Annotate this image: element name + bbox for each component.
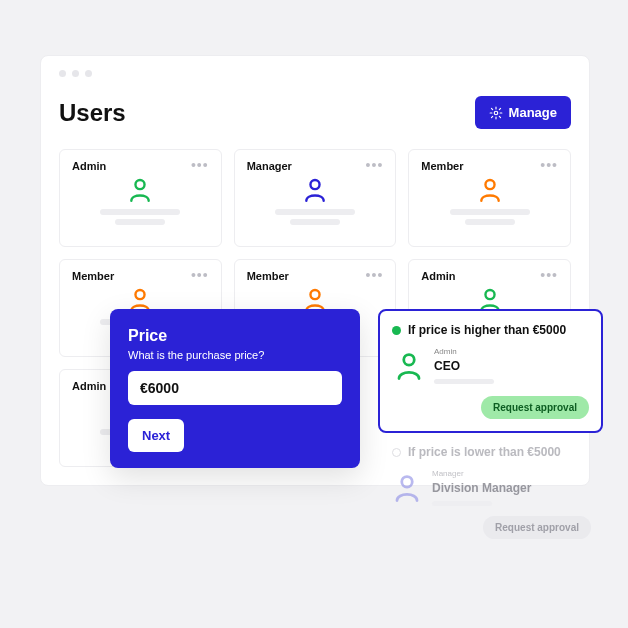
window-dot	[85, 70, 92, 77]
request-approval-button[interactable]: Request approval	[481, 396, 589, 419]
manage-button[interactable]: Manage	[475, 96, 571, 129]
placeholder-line	[115, 219, 165, 225]
user-card[interactable]: Member •••	[408, 149, 571, 247]
placeholder-line	[432, 501, 492, 506]
person-icon	[394, 351, 424, 381]
window-dot	[59, 70, 66, 77]
approval-rule-inactive: If price is lower than €5000 Manager Div…	[378, 445, 603, 539]
placeholder-line	[100, 209, 180, 215]
placeholder-line	[450, 209, 530, 215]
status-dot-active-icon	[392, 326, 401, 335]
next-button[interactable]: Next	[128, 419, 184, 452]
approver-role: Admin	[434, 347, 494, 356]
person-icon	[302, 177, 328, 203]
gear-icon	[489, 106, 503, 120]
approver-name: Division Manager	[432, 481, 531, 495]
request-approval-button-disabled[interactable]: Request approval	[483, 516, 591, 539]
approver-role: Manager	[432, 469, 531, 478]
approval-rule-active[interactable]: If price is higher than €5000 Admin CEO …	[378, 309, 603, 433]
approval-panel: If price is higher than €5000 Admin CEO …	[378, 309, 603, 539]
status-dot-inactive-icon	[392, 448, 401, 457]
rule-title: If price is higher than €5000	[408, 323, 566, 337]
placeholder-line	[434, 379, 494, 384]
placeholder-line	[465, 219, 515, 225]
window-dot	[72, 70, 79, 77]
person-icon	[127, 177, 153, 203]
price-input[interactable]	[128, 371, 342, 405]
window-titlebar	[59, 56, 571, 90]
user-card[interactable]: Manager •••	[234, 149, 397, 247]
approver-name: CEO	[434, 359, 494, 373]
price-modal-title: Price	[128, 327, 342, 345]
price-modal-subtitle: What is the purchase price?	[128, 349, 342, 361]
page-title: Users	[59, 99, 126, 127]
rule-title: If price is lower than €5000	[408, 445, 561, 459]
person-icon	[392, 473, 422, 503]
person-icon	[477, 177, 503, 203]
svg-point-1	[494, 111, 498, 115]
placeholder-line	[275, 209, 355, 215]
user-card[interactable]: Admin •••	[59, 149, 222, 247]
placeholder-line	[290, 219, 340, 225]
price-modal: Price What is the purchase price? Next	[110, 309, 360, 468]
manage-button-label: Manage	[509, 105, 557, 120]
